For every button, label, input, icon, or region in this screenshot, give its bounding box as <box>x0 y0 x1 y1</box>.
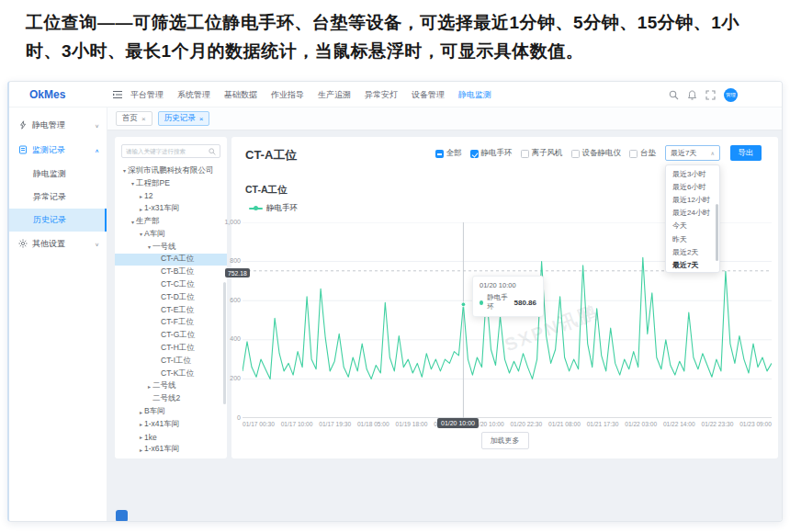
caret-down-icon[interactable]: ▾ <box>130 180 136 187</box>
tree-search-icon[interactable] <box>209 148 216 155</box>
filter-全部[interactable]: 全部 <box>435 148 462 159</box>
x-axis-labels: 01/17 00:3001/17 10:0001/17 19:3001/18 0… <box>243 421 772 427</box>
caret-right-icon[interactable]: ▸ <box>138 409 144 415</box>
bell-icon[interactable] <box>687 90 697 100</box>
caret-right-icon[interactable]: ▸ <box>138 206 144 212</box>
nav-item-2[interactable]: 系统管理 <box>177 89 210 101</box>
tree-node[interactable]: CT-K工位 <box>115 368 227 380</box>
tree-node[interactable]: CT-E工位 <box>115 304 227 317</box>
tree-node[interactable]: ▸B车间 <box>115 405 227 418</box>
tree-node[interactable]: ▸1-x31车间 <box>115 202 227 215</box>
tree-node[interactable]: 二号线2 <box>115 392 227 405</box>
sidebar-item-静电监测[interactable]: 静电监测 <box>9 163 107 186</box>
tree-node[interactable]: ▾一号线 <box>115 241 227 254</box>
caret-right-icon[interactable]: ▸ <box>146 383 152 390</box>
checkbox-checked[interactable] <box>470 150 479 158</box>
option-最近2天[interactable]: 最近2天 <box>666 245 719 258</box>
top-nav: 平台管理系统管理基础数据作业指导生产追溯异常安灯设备管理静电监测 <box>130 82 491 108</box>
tree-node[interactable]: CT-I工位 <box>115 355 227 368</box>
checkbox-unchecked[interactable] <box>571 150 580 158</box>
filter-设备静电仪[interactable]: 设备静电仪 <box>571 148 622 159</box>
tree-node[interactable]: CT-D工位 <box>115 291 227 304</box>
filter-离子风机[interactable]: 离子风机 <box>521 148 563 159</box>
caret-right-icon[interactable]: ▸ <box>138 447 144 453</box>
tree-node[interactable]: ▸1ke <box>115 431 227 444</box>
caret-down-icon[interactable]: ▾ <box>146 243 152 250</box>
tree-node[interactable]: CT-A工位 <box>115 254 227 266</box>
tree-node[interactable]: ▸二号线 <box>115 380 227 393</box>
load-more-button[interactable]: 加载更多 <box>481 432 529 449</box>
tree-node-label: CT-B工位 <box>161 266 194 277</box>
tree-node-label: CT-H工位 <box>161 343 195 354</box>
close-icon[interactable]: × <box>141 115 146 123</box>
tree-node[interactable]: CT-B工位 <box>115 266 227 278</box>
caret-right-icon[interactable]: ▸ <box>138 434 144 440</box>
time-range-select[interactable]: 最近7天 ∧ <box>665 145 720 161</box>
caret-down-icon[interactable]: ▾ <box>138 231 144 237</box>
tree-node[interactable]: ▾深圳市讯鹏科技有限公司 <box>115 164 227 177</box>
nav-item-1[interactable]: 平台管理 <box>130 89 164 101</box>
float-widget-button[interactable] <box>116 510 128 522</box>
sidebar: 静电管理∨监测记录∧静电监测异常记录历史记录其他设置∨ <box>9 108 107 521</box>
intro-paragraph: 工位查询——可筛选工位静电手环、台垫等设备，可选择最近1分钟、5分钟、15分钟、… <box>26 8 768 65</box>
avatar[interactable]: 管理 <box>724 88 738 102</box>
sidebar-item-历史记录[interactable]: 历史记录 <box>9 209 107 232</box>
nav-item-8[interactable]: 静电监测 <box>458 89 491 101</box>
tree-node[interactable]: CT-H工位 <box>115 342 227 355</box>
filter-静电手环[interactable]: 静电手环 <box>470 148 513 159</box>
option-最近7天[interactable]: 最近7天 <box>666 258 719 271</box>
filter-label: 设备静电仪 <box>582 148 622 159</box>
tab-1[interactable]: 首页× <box>116 111 152 126</box>
option-今天[interactable]: 今天 <box>666 220 719 232</box>
option-昨天[interactable]: 昨天 <box>666 232 719 245</box>
option-最近12小时[interactable]: 最近12小时 <box>666 193 719 206</box>
dropdown-scrollbar[interactable] <box>716 204 718 261</box>
fullscreen-icon[interactable] <box>705 90 716 100</box>
tree-node[interactable]: ▸1-x61车间 <box>115 444 227 457</box>
sidebar-group-1[interactable]: 静电管理∨ <box>9 113 107 138</box>
filter-label: 离子风机 <box>532 148 563 159</box>
checkbox-indeterminate[interactable] <box>435 150 444 158</box>
caret-down-icon[interactable]: ▾ <box>121 167 128 174</box>
y-tick-label: 200 <box>213 375 241 381</box>
option-最近3小时[interactable]: 最近3小时 <box>666 167 719 180</box>
tree-node[interactable]: ▸1-x41车间 <box>115 418 227 431</box>
nav-item-7[interactable]: 设备管理 <box>412 89 445 101</box>
export-button[interactable]: 导出 <box>730 145 762 161</box>
sidebar-item-异常记录[interactable]: 异常记录 <box>9 186 107 209</box>
tree-node-label: 1-x31车间 <box>144 203 179 214</box>
tree-node-label: CT-E工位 <box>161 305 194 316</box>
tree-node[interactable]: ▾A车间 <box>115 228 227 241</box>
checkbox-unchecked[interactable] <box>521 150 529 158</box>
caret-right-icon[interactable]: ▸ <box>138 421 144 427</box>
nav-item-4[interactable]: 作业指导 <box>271 89 304 101</box>
nav-item-5[interactable]: 生产追溯 <box>318 89 351 101</box>
nav-item-6[interactable]: 异常安灯 <box>365 89 398 101</box>
filter-台垫[interactable]: 台垫 <box>629 148 656 159</box>
sidebar-group-2[interactable]: 监测记录∧ <box>9 138 107 163</box>
nav-item-3[interactable]: 基础数据 <box>224 89 257 101</box>
search-icon[interactable] <box>669 90 679 100</box>
tree-node-label: 12 <box>144 191 152 200</box>
checkbox-unchecked[interactable] <box>629 150 638 158</box>
tree-node[interactable]: ▾工程部PE <box>115 177 227 190</box>
tab-2[interactable]: 历史记录× <box>158 111 210 126</box>
chart-legend[interactable]: 静电手环 <box>249 203 298 214</box>
time-range-value: 最近7天 <box>671 148 696 158</box>
caret-down-icon[interactable]: ▾ <box>130 219 136 225</box>
tree-node[interactable]: ▸12 <box>115 190 227 203</box>
option-最近6小时[interactable]: 最近6小时 <box>666 180 719 193</box>
close-icon[interactable]: × <box>199 115 204 123</box>
collapse-menu-icon[interactable] <box>112 89 123 100</box>
caret-right-icon[interactable]: ▸ <box>138 193 144 199</box>
tree-node-label: B车间 <box>144 406 165 417</box>
tree-node[interactable]: CT-C工位 <box>115 278 227 291</box>
sidebar-group-3[interactable]: 其他设置∨ <box>9 232 107 256</box>
header-icons: 管理 <box>669 82 738 108</box>
option-最近24小时[interactable]: 最近24小时 <box>666 207 719 220</box>
x-tick-label: 01/17 10:00 <box>281 421 313 427</box>
tree-node[interactable]: CT-F工位 <box>115 317 227 330</box>
tree-node[interactable]: CT-G工位 <box>115 329 227 342</box>
tree-search-input[interactable] <box>126 145 207 157</box>
tree-node[interactable]: ▾生产部 <box>115 215 227 228</box>
